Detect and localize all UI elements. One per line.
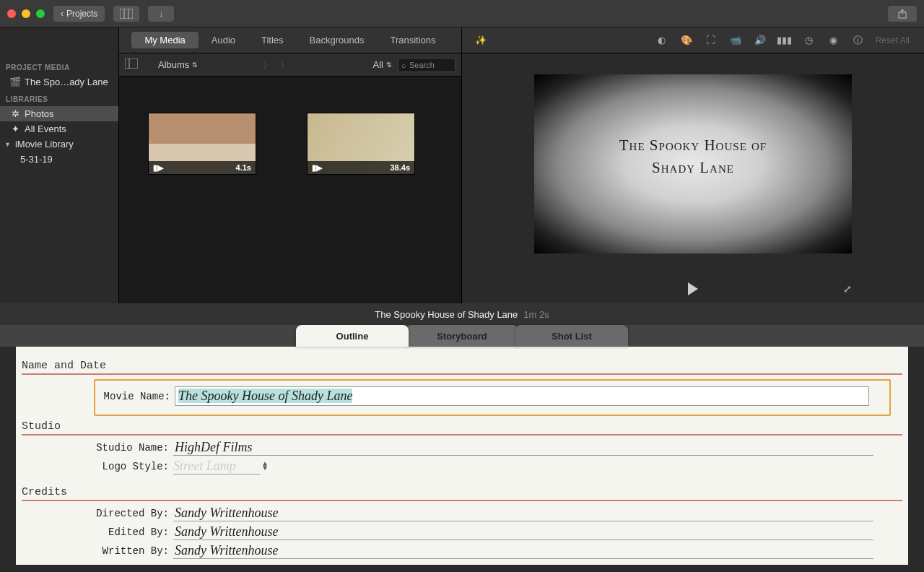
libraries-heading: LIBRARIES — [0, 90, 118, 106]
tab-storyboard[interactable]: Storyboard — [406, 325, 518, 347]
preview-frame[interactable]: The Spooky House of Shady Lane — [534, 74, 852, 254]
sidebar-item-imovie-library[interactable]: ▼ iMovie Library — [0, 136, 118, 152]
section-studio: Studio — [22, 420, 902, 436]
sidebar-item-label: All Events — [25, 124, 66, 134]
filmstrip-icon — [120, 9, 133, 19]
logo-style-label: Logo Style: — [94, 461, 173, 472]
preview-title-text: The Spooky House of Shady Lane — [619, 134, 767, 180]
video-icon: ▮▶ — [153, 163, 163, 173]
tab-titles[interactable]: Titles — [248, 32, 297, 48]
outline-panel: Name and Date Movie Name: The Spooky Hou… — [16, 347, 908, 565]
fullscreen-window-icon[interactable] — [36, 9, 45, 18]
palette-icon: 🎨 — [681, 35, 692, 46]
updown-icon: ▲▼ — [263, 462, 267, 471]
back-label: Projects — [66, 9, 97, 19]
directed-by-input[interactable]: Sandy Writtenhouse — [173, 506, 873, 521]
viewer-panel: ✨ ◐ 🎨 ⛶ 📹 🔊 ▮▮▮ ◷ ◉ ⓘ Reset All The Spoo… — [462, 27, 924, 303]
filter-dropdown[interactable]: All ⇅ — [373, 59, 392, 70]
stabilization-button[interactable]: 📹 — [728, 33, 743, 48]
volume-button[interactable]: 🔊 — [753, 33, 767, 48]
tab-audio[interactable]: Audio — [199, 32, 248, 48]
tab-my-media[interactable]: My Media — [131, 32, 198, 48]
focused-field-wrap: Movie Name: The Spooky House of Shady La… — [94, 379, 891, 416]
tab-backgrounds[interactable]: Backgrounds — [297, 32, 378, 48]
search-icon: ⌕ — [401, 61, 406, 69]
logo-style-select[interactable]: Street Lamp ▲▼ — [173, 459, 267, 474]
clip-thumbnail[interactable]: ▮▶ 38.4s — [307, 113, 415, 175]
window-titlebar: ‹ Projects ↓ — [0, 0, 924, 27]
window-controls — [7, 9, 45, 18]
sidebar-toggle-button[interactable] — [125, 58, 138, 71]
info-icon: ⓘ — [853, 34, 863, 47]
info-button[interactable]: ⓘ — [851, 33, 866, 48]
tab-transitions[interactable]: Transitions — [377, 32, 448, 48]
written-by-label: Written By: — [94, 545, 173, 557]
color-balance-button[interactable]: ◐ — [655, 33, 669, 48]
crop-icon: ⛶ — [706, 35, 715, 46]
share-button[interactable] — [888, 6, 917, 22]
video-icon: ▮▶ — [312, 163, 322, 173]
directed-by-label: Directed By: — [94, 508, 173, 519]
wand-icon: ✨ — [475, 35, 487, 46]
filter-button[interactable]: ◉ — [827, 33, 841, 48]
flower-icon: ✲ — [10, 109, 20, 119]
sidebar-item-photos[interactable]: ✲ Photos — [0, 106, 118, 121]
play-button[interactable] — [688, 282, 698, 295]
breadcrumb-chevron: 〉 — [279, 58, 290, 72]
library-tabs: My Media Audio Titles Backgrounds Transi… — [119, 27, 461, 53]
clip-duration: 4.1s — [236, 163, 251, 172]
viewer-toolbar: ✨ ◐ 🎨 ⛶ 📹 🔊 ▮▮▮ ◷ ◉ ⓘ Reset All — [462, 27, 924, 53]
expand-icon: ⤢ — [843, 283, 852, 295]
media-browser: My Media Audio Titles Backgrounds Transi… — [119, 27, 462, 303]
crop-button[interactable]: ⛶ — [704, 33, 718, 48]
movie-name-input[interactable]: The Spooky House of Shady Lane — [175, 386, 869, 406]
back-to-projects-button[interactable]: ‹ Projects — [53, 6, 105, 22]
preview-area: The Spooky House of Shady Lane — [462, 53, 924, 274]
minimize-window-icon[interactable] — [22, 9, 30, 18]
media-view-button[interactable] — [113, 6, 139, 22]
speed-button[interactable]: ◷ — [802, 33, 816, 48]
search-placeholder: Search — [409, 61, 435, 69]
timeline-duration: 1m 2s — [523, 309, 549, 320]
fullscreen-button[interactable]: ⤢ — [843, 283, 852, 295]
clip-thumbnail[interactable]: ▮▶ 4.1s — [148, 113, 256, 175]
studio-name-input[interactable]: HighDef Films — [173, 440, 873, 456]
reset-all-button[interactable]: Reset All — [876, 35, 912, 46]
project-media-heading: PROJECT MEDIA — [0, 58, 118, 74]
noise-reduction-button[interactable]: ▮▮▮ — [777, 33, 792, 48]
sidebar-project-item[interactable]: 🎬 The Spo…ady Lane — [0, 74, 118, 90]
search-input[interactable]: ⌕ Search — [398, 58, 456, 72]
close-window-icon[interactable] — [7, 9, 16, 18]
edited-by-input[interactable]: Sandy Writtenhouse — [173, 524, 873, 540]
section-credits: Credits — [22, 486, 902, 501]
timeline-title: The Spooky House of Shady Lane — [375, 309, 518, 320]
tab-shot-list[interactable]: Shot List — [515, 325, 628, 347]
albums-dropdown[interactable]: Albums ⇅ — [158, 59, 198, 70]
filter-bar: Albums ⇅ 〉 〉 All ⇅ ⌕ Search — [119, 53, 461, 77]
updown-icon: ⇅ — [386, 61, 392, 69]
speedometer-icon: ◷ — [805, 35, 813, 46]
clip-thumbnails: ▮▶ 4.1s ▮▶ 38.4s — [119, 77, 461, 303]
movie-name-label: Movie Name: — [95, 391, 175, 402]
camera-icon: 📹 — [730, 35, 741, 46]
updown-icon: ⇅ — [192, 61, 198, 69]
playback-bar: ⤢ — [462, 274, 924, 303]
sidebar-item-event[interactable]: 5-31-19 — [0, 152, 118, 167]
equalizer-icon: ▮▮▮ — [777, 35, 792, 46]
sidebar-item-all-events[interactable]: ✦ All Events — [0, 121, 118, 136]
disclosure-triangle-icon[interactable]: ▼ — [4, 141, 11, 148]
enhance-button[interactable]: ✨ — [474, 33, 488, 48]
clip-duration: 38.4s — [390, 163, 410, 172]
color-correction-button[interactable]: 🎨 — [679, 33, 694, 48]
studio-name-label: Studio Name: — [94, 442, 173, 454]
import-button[interactable]: ↓ — [148, 6, 174, 22]
sidebar-item-label: Photos — [25, 108, 53, 119]
contrast-icon: ◐ — [658, 35, 666, 46]
tab-outline[interactable]: Outline — [296, 325, 409, 347]
breadcrumb-chevron: 〉 — [261, 58, 273, 72]
sidebar-item-label: 5-31-19 — [20, 154, 53, 165]
timeline-header: The Spooky House of Shady Lane 1m 2s — [0, 303, 924, 325]
written-by-input[interactable]: Sandy Writtenhouse — [173, 543, 873, 559]
share-icon — [897, 9, 907, 19]
speaker-icon: 🔊 — [754, 35, 766, 46]
